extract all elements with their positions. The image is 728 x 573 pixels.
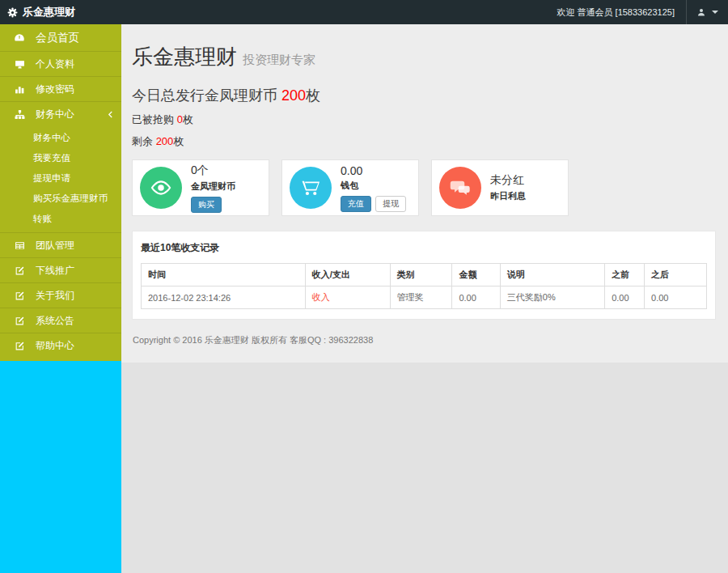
- cart-icon: [290, 167, 332, 209]
- sitemap-icon: [14, 109, 25, 120]
- sidebar-item-finance-center[interactable]: 财务中心: [0, 101, 121, 126]
- submenu-item-label: 提现申请: [33, 172, 70, 185]
- card-interest: 未分红 昨日利息: [431, 159, 569, 216]
- edit-icon: [14, 291, 25, 301]
- chevron-left-icon: [108, 111, 113, 118]
- page-title-text: 乐金惠理财: [132, 45, 237, 69]
- table-row: 2016-12-02 23:14:26 收入 管理奖 0.00 三代奖励0% 0…: [142, 286, 707, 309]
- card-label: 金凤理财币: [191, 180, 235, 193]
- sidebar-item-label: 个人资料: [36, 57, 74, 71]
- user-menu[interactable]: [686, 0, 728, 24]
- submenu-item-finance-center[interactable]: 财务中心: [0, 128, 121, 148]
- submenu-item-withdraw-apply[interactable]: 提现申请: [0, 168, 121, 189]
- page-subtitle: 投资理财专家: [243, 53, 315, 66]
- app-logo[interactable]: 乐金惠理财: [0, 0, 121, 24]
- stat-label: 剩余: [132, 135, 153, 147]
- top-navbar: 乐金惠理财 欢迎 普通会员 [15833623125]: [0, 0, 728, 24]
- col-header-amount: 金额: [452, 264, 500, 286]
- edit-icon: [14, 341, 25, 351]
- sidebar-item-about-us[interactable]: 关于我们: [0, 282, 121, 308]
- withdraw-button[interactable]: 提现: [375, 196, 406, 212]
- cell-time: 2016-12-02 23:14:26: [142, 286, 306, 309]
- col-header-category: 类别: [390, 264, 452, 286]
- card-value: 0.00: [341, 164, 406, 177]
- submenu-item-label: 财务中心: [33, 132, 70, 144]
- sidebar-item-label: 团队管理: [36, 239, 74, 253]
- finance-submenu: 财务中心 我要充值 提现申请 购买乐金惠理财币 转账: [0, 126, 121, 232]
- card-value: 0个: [191, 163, 235, 178]
- page-title: 乐金惠理财投资理财专家: [132, 43, 716, 71]
- recharge-button[interactable]: 充值: [341, 196, 371, 212]
- submenu-item-transfer[interactable]: 转账: [0, 209, 121, 229]
- edit-icon: [14, 316, 25, 326]
- card-label: 钱包: [341, 180, 406, 192]
- sidebar-menu: 会员首页 个人资料 修改密码: [0, 24, 121, 361]
- card-label: 昨日利息: [490, 190, 526, 202]
- comments-icon: [439, 167, 481, 209]
- edit-icon: [14, 265, 25, 276]
- col-header-before: 之前: [605, 264, 645, 286]
- stat-value: 0: [177, 113, 183, 125]
- sidebar-item-label: 系统公告: [36, 314, 74, 328]
- cell-description: 三代奖励0%: [500, 286, 604, 309]
- cell-after: 0.00: [645, 286, 707, 309]
- sidebar-item-label: 关于我们: [36, 289, 74, 303]
- submenu-item-label: 我要充值: [33, 152, 70, 164]
- stat-label: 已被抢购: [132, 113, 174, 125]
- sidebar-item-help-center[interactable]: 帮助中心: [0, 333, 121, 358]
- sidebar-item-downline-promotion[interactable]: 下线推广: [0, 257, 121, 282]
- sidebar-item-change-password[interactable]: 修改密码: [0, 76, 121, 101]
- sidebar-item-label: 帮助中心: [36, 339, 74, 353]
- eye-icon: [140, 167, 182, 209]
- user-icon: [696, 7, 706, 17]
- stat-label: 今日总发行金凤理财币: [132, 87, 277, 104]
- col-header-description: 说明: [500, 264, 604, 286]
- dashboard-icon: [14, 32, 25, 44]
- cell-category: 管理奖: [390, 286, 452, 309]
- submenu-item-label: 转账: [33, 213, 52, 225]
- brand-title: 乐金惠理财: [23, 5, 75, 19]
- stat-unit: 枚: [306, 87, 320, 104]
- col-header-in-out: 收入/支出: [305, 264, 390, 286]
- submenu-item-buy-coin[interactable]: 购买乐金惠理财币: [0, 189, 121, 209]
- stat-remaining: 剩余 200枚: [132, 134, 716, 149]
- buy-button[interactable]: 购买: [191, 197, 222, 213]
- welcome-text: 欢迎 普通会员 [15833623125]: [557, 6, 675, 19]
- cell-amount: 0.00: [452, 286, 500, 309]
- stat-unit: 枚: [183, 113, 193, 125]
- cell-in-out: 收入: [305, 286, 390, 309]
- caret-down-icon: [712, 11, 718, 14]
- sidebar-item-label: 会员首页: [36, 31, 79, 45]
- summary-cards: 0个 金凤理财币 购买 0.00: [132, 159, 716, 216]
- card-wallet: 0.00 钱包 充值 提现: [281, 159, 419, 216]
- stat-sold: 已被抢购 0枚: [132, 112, 716, 127]
- records-table: 时间 收入/支出 类别 金额 说明 之前 之后 2016-12-02 23:14…: [141, 263, 707, 309]
- submenu-item-label: 购买乐金惠理财币: [33, 193, 108, 205]
- sidebar-item-label: 修改密码: [36, 83, 74, 96]
- table-icon: [14, 240, 25, 251]
- content-area: 乐金惠理财投资理财专家 今日总发行金凤理财币 200枚 已被抢购 0枚 剩余 2…: [121, 24, 728, 573]
- sidebar-item-system-announcements[interactable]: 系统公告: [0, 308, 121, 333]
- copyright-footer: Copyright © 2016 乐金惠理财 版权所有 客服QQ : 39632…: [133, 334, 716, 346]
- sidebar-item-team-management[interactable]: 团队管理: [0, 232, 121, 257]
- sidebar: 会员首页 个人资料 修改密码: [0, 24, 121, 573]
- col-header-time: 时间: [142, 264, 306, 286]
- sidebar-item-profile[interactable]: 个人资料: [0, 51, 121, 76]
- stat-total-issued: 今日总发行金凤理财币 200枚: [132, 86, 716, 105]
- cell-before: 0.00: [605, 286, 645, 309]
- stat-unit: 枚: [173, 135, 184, 147]
- stat-value: 200: [281, 87, 306, 104]
- records-panel: 最近10笔收支记录 时间 收入/支出 类别 金额 说明 之前 之后: [132, 231, 716, 320]
- stat-value: 200: [156, 135, 174, 147]
- card-coin-balance: 0个 金凤理财币 购买: [132, 159, 269, 216]
- submenu-item-recharge[interactable]: 我要充值: [0, 148, 121, 168]
- records-panel-title: 最近10笔收支记录: [141, 241, 707, 255]
- col-header-after: 之后: [645, 264, 707, 286]
- sidebar-item-member-home[interactable]: 会员首页: [0, 24, 121, 51]
- card-value: 未分红: [490, 173, 526, 188]
- desktop-icon: [14, 59, 25, 70]
- gear-icon: [7, 7, 18, 18]
- bar-chart-icon: [14, 84, 25, 95]
- sidebar-item-label: 下线推广: [36, 264, 74, 278]
- sidebar-item-label: 财务中心: [36, 108, 74, 121]
